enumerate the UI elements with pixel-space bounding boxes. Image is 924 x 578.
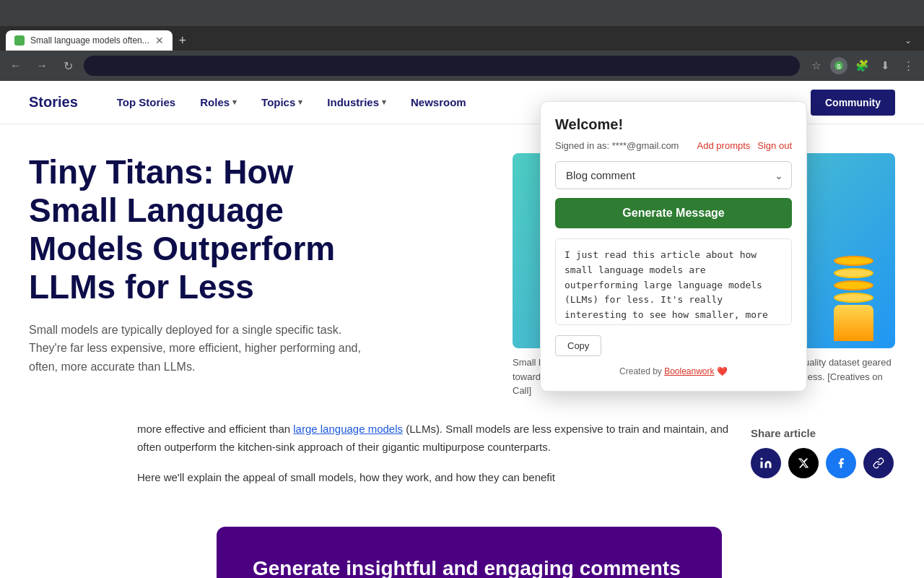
share-section: Share article: [751, 427, 895, 478]
article-subtitle: Small models are typically deployed for …: [29, 321, 361, 376]
link-icon: [873, 457, 884, 469]
address-input[interactable]: [84, 56, 800, 76]
popup-action-links: Add prompts Sign out: [697, 140, 792, 151]
svg-text:S: S: [837, 63, 841, 70]
address-bar-row: ← → ↻ ☆ S 🧩 ⬇ ⋮: [0, 51, 924, 81]
share-sidebar: Share article: [751, 420, 895, 499]
generate-message-button[interactable]: Generate Message: [555, 198, 792, 228]
svg-point-3: [761, 457, 763, 460]
share-linkedin-btn[interactable]: [751, 448, 781, 478]
tab-end-dropdown[interactable]: ⌄: [898, 30, 918, 51]
facebook-icon: [835, 457, 847, 469]
page: Stories Top Stories Roles ▾ Topics ▾ Ind…: [0, 81, 924, 578]
refresh-btn[interactable]: ↻: [58, 56, 78, 76]
share-title: Share article: [751, 427, 895, 439]
popup-title: Welcome!: [555, 116, 792, 133]
forward-btn[interactable]: →: [32, 56, 52, 76]
hero-text: Tiny Titans: How Small Language Models O…: [29, 153, 491, 398]
extensions-menu-icon[interactable]: 🧩: [852, 56, 872, 76]
article-sidebar: [29, 420, 123, 499]
generated-text-area[interactable]: [555, 238, 792, 325]
topics-chevron-icon: ▾: [298, 98, 302, 107]
nav-item-topics[interactable]: Topics ▾: [251, 90, 313, 114]
download-icon[interactable]: ⬇: [875, 56, 895, 76]
heart-icon: ❤️: [717, 366, 728, 376]
article-layout: more effective and efficient than large …: [0, 413, 924, 499]
ext-badge: S: [830, 57, 847, 74]
new-tab-btn[interactable]: +: [173, 30, 193, 51]
article-paragraph-1-cont: (LLMs). Small models are less expensive …: [137, 423, 728, 454]
nav-item-newsroom[interactable]: Newsroom: [401, 90, 476, 114]
welcome-popup: Welcome! Signed in as: ****@gmail.com Ad…: [540, 101, 807, 392]
toolbar-icons: ☆ S 🧩 ⬇ ⋮: [806, 56, 918, 76]
back-btn[interactable]: ←: [6, 56, 26, 76]
extension-icon[interactable]: S: [829, 56, 849, 76]
share-link-btn[interactable]: [863, 448, 894, 478]
tab-title: Small language models often...: [30, 35, 149, 46]
coin-stack-right: [834, 256, 873, 341]
tab-close-btn[interactable]: ✕: [155, 35, 164, 46]
cta-banner-text: Generate insightful and engaging comment…: [253, 556, 686, 578]
copy-button[interactable]: Copy: [555, 335, 601, 356]
industries-chevron-icon: ▾: [382, 98, 386, 107]
linkedin-icon: [759, 457, 772, 470]
nav-item-roles[interactable]: Roles ▾: [190, 90, 247, 114]
popup-footer: Created by Booleanwork ❤️: [555, 366, 792, 376]
browser-chrome: [0, 0, 924, 26]
community-button[interactable]: Community: [811, 90, 895, 116]
popup-signed-in-label: Signed in as: ****@gmail.com: [555, 140, 679, 151]
site-logo[interactable]: Stories: [29, 94, 78, 111]
add-prompts-link[interactable]: Add prompts: [697, 140, 751, 151]
cta-section: Generate insightful and engaging comment…: [0, 498, 924, 578]
popup-signed-in-row: Signed in as: ****@gmail.com Add prompts…: [555, 140, 792, 151]
cta-banner: Generate insightful and engaging comment…: [217, 527, 722, 578]
sign-out-link[interactable]: Sign out: [757, 140, 792, 151]
message-type-select[interactable]: Blog comment LinkedIn post Twitter reply…: [555, 161, 792, 189]
llm-link[interactable]: large language models: [293, 423, 403, 435]
bookmark-icon[interactable]: ☆: [806, 56, 826, 76]
share-icons: [751, 448, 895, 478]
share-x-btn[interactable]: [788, 448, 819, 478]
x-icon: [798, 457, 809, 469]
tab-favicon: [14, 35, 25, 46]
booleanwork-link[interactable]: Booleanwork: [664, 366, 714, 376]
popup-email: ****@gmail.com: [612, 140, 679, 151]
nav-item-industries[interactable]: Industries ▾: [317, 90, 396, 114]
svg-rect-2: [761, 461, 763, 467]
share-facebook-btn[interactable]: [826, 448, 856, 478]
nav-item-top-stories[interactable]: Top Stories: [107, 90, 186, 114]
browser-tab[interactable]: Small language models often... ✕: [6, 30, 173, 51]
article-content: more effective and efficient than large …: [137, 420, 736, 499]
message-type-select-wrapper: Blog comment LinkedIn post Twitter reply…: [555, 161, 792, 189]
article-paragraph-2: Here we'll explain the appeal of small m…: [137, 468, 736, 487]
tab-bar: Small language models often... ✕ + ⌄: [0, 26, 924, 51]
menu-icon[interactable]: ⋮: [898, 56, 918, 76]
article-title: Tiny Titans: How Small Language Models O…: [29, 153, 390, 306]
article-paragraph-1: more effective and efficient than large …: [137, 420, 736, 457]
nav-right: Community: [811, 90, 895, 116]
roles-chevron-icon: ▾: [232, 98, 237, 107]
